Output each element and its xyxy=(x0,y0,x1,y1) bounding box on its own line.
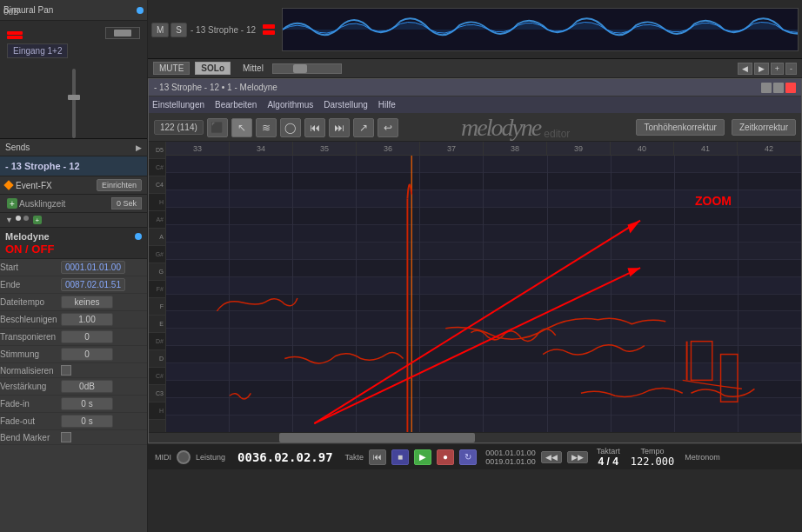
menu-darstellung[interactable]: Darstellung xyxy=(324,100,368,110)
fader-knob[interactable] xyxy=(114,30,131,37)
bottom-transport: MIDI Leistung 0036.02.02.97 Takte ⏮ ■ ▶ … xyxy=(148,443,802,469)
toolbar-btn-circle[interactable]: ◯ xyxy=(280,118,301,137)
zeitkorrektur-button[interactable]: Zeitkorrektur xyxy=(732,119,796,136)
toolbar-btn-undo[interactable]: ↩ xyxy=(378,118,398,137)
piano-roll: D5 C# C4 H A# A G# G F# F E D# D C# C3 H xyxy=(149,142,801,432)
param-beschleunigen-value[interactable]: 1.00 xyxy=(61,313,113,326)
param-verstärkung: Verstärkung 0dB xyxy=(0,378,147,396)
fader-thumb[interactable] xyxy=(68,95,80,100)
grid-area[interactable]: 33 34 35 36 37 38 39 40 41 42 xyxy=(166,142,801,432)
event-fx-row[interactable]: Event-FX Einrichten xyxy=(0,176,147,195)
normalisieren-checkbox[interactable] xyxy=(61,365,71,376)
loop-indicator[interactable] xyxy=(177,450,190,464)
zoom-out[interactable]: - xyxy=(785,63,797,75)
key-F: F xyxy=(149,298,165,316)
param-verstärkung-value[interactable]: 0dB xyxy=(61,380,113,393)
einrichten-button[interactable]: Einrichten xyxy=(97,179,142,191)
binaural-pan-row[interactable]: Binaural Pan xyxy=(0,0,147,21)
on-off-button[interactable]: ON / OFF xyxy=(5,243,142,255)
key-Gs: G# xyxy=(149,246,165,263)
melodyne-titlebar: - 13 Strophe - 12 • 1 - Melodyne xyxy=(149,79,801,96)
scroll-right[interactable]: ▶ xyxy=(754,63,769,75)
svg-marker-8 xyxy=(627,268,640,276)
minimize-button[interactable] xyxy=(761,83,772,93)
stop-button[interactable]: ■ xyxy=(391,449,409,465)
toolbar-btn-prev[interactable]: ⏮ xyxy=(304,118,325,137)
menu-bearbeiten[interactable]: Bearbeiten xyxy=(215,100,257,110)
menu-einstellungen[interactable]: Einstellungen xyxy=(152,100,204,110)
bar-38: 38 xyxy=(484,142,547,155)
metronome-label: Metronom xyxy=(685,453,720,462)
skip-back-button[interactable]: ⏮ xyxy=(369,449,386,465)
bar-41: 41 xyxy=(674,142,738,155)
position-2: 0019.01.01.00 xyxy=(485,457,536,466)
add-nav-button[interactable]: + xyxy=(33,216,42,224)
solo-button[interactable]: SOLo xyxy=(195,62,231,75)
tonhoehenkorrektur-button[interactable]: Tonhöhenkorrektur xyxy=(636,119,724,136)
nav-dot-1[interactable] xyxy=(16,216,21,221)
menu-algorithmus[interactable]: Algorithmus xyxy=(267,100,313,110)
prev-button[interactable]: ◀◀ xyxy=(541,451,562,463)
fwd-button[interactable]: ▶▶ xyxy=(567,451,588,463)
ausklingzeit-plus-icon[interactable]: + xyxy=(7,198,17,209)
key-D: D xyxy=(149,350,165,368)
param-beschleunigen: Beschleunigen 1.00 xyxy=(0,311,147,329)
parameters-section: Start 0001.01.01.00 Ende 0087.02.01.51 D… xyxy=(0,259,147,445)
transport-time: 0036.02.02.97 xyxy=(237,450,333,464)
scroll-thumb[interactable] xyxy=(279,433,475,442)
svg-marker-7 xyxy=(627,221,640,234)
key-Cs5: C# xyxy=(149,159,165,176)
scroll-left[interactable]: ◀ xyxy=(738,63,752,75)
maximize-button[interactable] xyxy=(773,83,784,93)
close-button[interactable] xyxy=(785,83,796,93)
level-bar-red-2 xyxy=(7,36,23,39)
toolbar-btn-wave[interactable]: ≋ xyxy=(256,118,277,137)
mute-button[interactable]: MUTE xyxy=(153,62,190,75)
melodyne-plugin-title: Melodyne xyxy=(5,231,135,242)
bendmarker-checkbox[interactable] xyxy=(61,432,71,442)
waveform-preview xyxy=(282,8,799,51)
param-start-value[interactable]: 0001.01.01.00 xyxy=(61,261,125,274)
param-stimmung: Stimmung 0 xyxy=(0,346,147,363)
param-dateitempo-value[interactable]: keines xyxy=(61,296,113,309)
key-H: H xyxy=(149,194,165,211)
bar-37: 37 xyxy=(420,142,484,155)
vu-red-2 xyxy=(263,30,275,35)
s-button[interactable]: S xyxy=(170,23,187,37)
loop-button[interactable]: ↻ xyxy=(459,449,477,465)
ausklingzeit-row: + Ausklingzeit 0 Sek xyxy=(0,195,147,213)
param-fadein-value[interactable]: 0 s xyxy=(61,397,113,410)
melodyne-active-dot[interactable] xyxy=(135,233,142,240)
param-start: Start 0001.01.01.00 xyxy=(0,259,147,276)
binaural-dot[interactable] xyxy=(137,7,144,14)
toolbar-btn-arrow[interactable]: ↖ xyxy=(231,118,252,137)
horizontal-scrollbar[interactable] xyxy=(149,432,801,442)
param-fadeout-value[interactable]: 0 s xyxy=(61,415,113,428)
bar-33: 33 xyxy=(166,142,230,155)
piano-keys: D5 C# C4 H A# A G# G F# F E D# D C# C3 H xyxy=(149,142,166,432)
fader-area[interactable] xyxy=(0,60,147,147)
top-bar: M S - 13 Strophe - 12 xyxy=(148,0,802,59)
binaural-pan-label: Binaural Pan xyxy=(3,5,133,15)
param-bendmarker: Bend Marker xyxy=(0,430,147,445)
svg-line-5 xyxy=(314,221,640,424)
param-ende-value[interactable]: 0087.02.01.51 xyxy=(61,278,125,291)
param-ende: Ende 0087.02.01.51 xyxy=(0,276,147,294)
eingang-display: Eingang 1+2 xyxy=(7,43,68,58)
nav-dot-2[interactable] xyxy=(23,216,29,221)
key-C4: C4 xyxy=(149,176,165,194)
zoom-in[interactable]: + xyxy=(771,63,784,75)
toolbar-btn-cursor[interactable]: ↗ xyxy=(353,118,374,137)
toolbar-btn-next[interactable]: ⏭ xyxy=(329,118,350,137)
fader-track[interactable] xyxy=(72,69,76,138)
record-button[interactable]: ● xyxy=(437,449,454,465)
m-button[interactable]: M xyxy=(151,23,169,37)
param-transponieren-value[interactable]: 0 xyxy=(61,330,113,343)
param-normalisieren: Normalisieren xyxy=(0,363,147,378)
tempo-label: Tempo xyxy=(640,447,664,456)
play-button[interactable]: ▶ xyxy=(414,449,431,465)
scroll-bar-top[interactable] xyxy=(272,63,342,74)
toolbar-btn-1[interactable]: ⬛ xyxy=(207,118,228,137)
menu-hilfe[interactable]: Hilfe xyxy=(378,100,396,110)
param-stimmung-value[interactable]: 0 xyxy=(61,348,113,361)
